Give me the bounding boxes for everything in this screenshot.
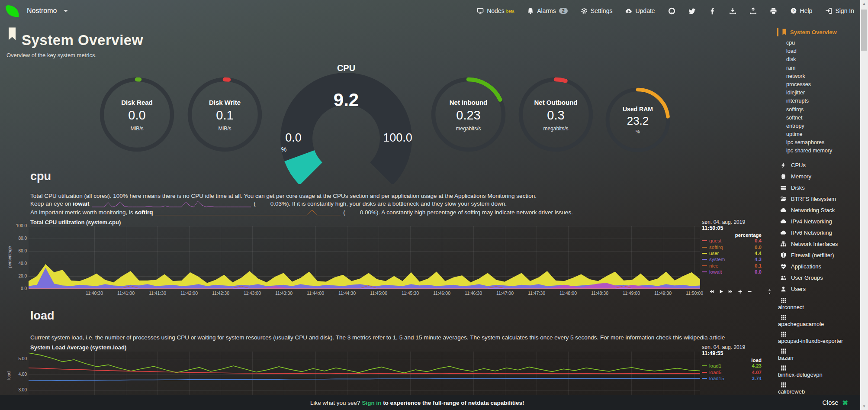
sidebar-item-network[interactable]: network xyxy=(777,72,860,81)
cpu-chart-plot[interactable] xyxy=(29,226,700,289)
legend-value: 0.0 xyxy=(755,269,762,274)
sidebar-item-btrfs-filesystem[interactable]: BTRFS filesystem xyxy=(777,194,860,205)
sign-in-link[interactable]: Sign in xyxy=(362,400,381,406)
sidebar-item-users[interactable]: Users xyxy=(777,284,860,295)
sidebar-item-softirqs[interactable]: softirqs xyxy=(777,106,860,114)
used-ram-gauge[interactable]: Used RAM 23.2 % xyxy=(605,87,670,152)
nav-signin[interactable]: Sign In xyxy=(825,7,854,14)
net-outbound-gauge[interactable]: Net Outbound 0.3 megabits/s xyxy=(518,77,593,152)
load-chart-plot[interactable] xyxy=(29,352,700,400)
y-tick: 40.0 xyxy=(5,261,27,266)
sidebar-item-disk[interactable]: disk xyxy=(777,55,860,64)
sidebar-item-memory[interactable]: Memory xyxy=(777,171,860,182)
legend-row-load5[interactable]: load54.07 xyxy=(702,369,762,375)
sidebar-item-uptime[interactable]: uptime xyxy=(777,130,860,139)
chart-zoom-out-button[interactable] xyxy=(747,289,752,294)
paren: ( xyxy=(343,209,345,216)
sidebar-item-entropy[interactable]: entropy xyxy=(777,122,860,130)
nav-github[interactable] xyxy=(668,7,675,15)
nav-nodes[interactable]: Nodesbeta xyxy=(477,7,514,14)
sidebar-item-processes[interactable]: processes xyxy=(777,81,860,89)
page-title: System Overview xyxy=(22,32,143,48)
download-icon xyxy=(729,7,736,15)
sidebar-item-load[interactable]: load xyxy=(777,47,860,55)
sidebar-item-cpu[interactable]: cpu xyxy=(777,39,860,47)
chart-play-button[interactable] xyxy=(718,289,724,294)
iowait-sparkline[interactable] xyxy=(92,200,251,207)
sidebar-item-cpus[interactable]: CPUs xyxy=(777,160,860,171)
sidebar-item-label: IPv4 Networking xyxy=(791,218,832,225)
nav-export[interactable] xyxy=(749,7,757,15)
legend-name: load1 xyxy=(709,363,752,368)
disk-write-gauge[interactable]: Disk Write 0.1 MiB/s xyxy=(187,77,262,152)
x-tick: 11:44:00 xyxy=(307,291,324,296)
page-scrollbar[interactable]: ▲ ▼ xyxy=(860,0,868,410)
nav-import[interactable] xyxy=(729,7,736,15)
legend-row-nice[interactable]: nice0.1 xyxy=(702,263,762,269)
sidebar-item-softnet[interactable]: softnet xyxy=(777,114,860,122)
scroll-up-arrow[interactable]: ▲ xyxy=(860,2,868,6)
chart-pan-backward-button[interactable] xyxy=(709,289,714,294)
nav-update[interactable]: Update xyxy=(625,7,655,14)
sidebar-item-ipv4-networking[interactable]: IPv4 Networking xyxy=(777,216,860,227)
sidebar-item-disks[interactable]: Disks xyxy=(777,182,860,194)
nav-twitter[interactable] xyxy=(688,7,696,15)
legend-row-softirq[interactable]: softirq0.0 xyxy=(702,244,762,250)
nav-facebook[interactable] xyxy=(709,7,716,15)
sidebar-item-ipv6-networking[interactable]: IPv6 Networking xyxy=(777,227,860,239)
sidebar-item-interrupts[interactable]: interrupts xyxy=(777,97,860,105)
sidebar-item-networking-stack[interactable]: Networking Stack xyxy=(777,205,860,216)
chart-zoom-in-button[interactable] xyxy=(737,289,743,294)
sidebar-item-firewall-netfilter-[interactable]: Firewall (netfilter) xyxy=(777,250,860,261)
net-inbound-gauge[interactable]: Net Inbound 0.23 megabits/s xyxy=(431,77,506,152)
x-tick: 11:41:00 xyxy=(117,291,135,296)
legend-units-header: percentage xyxy=(702,232,762,238)
nav-print[interactable] xyxy=(770,7,777,15)
nav-help[interactable]: ?Help xyxy=(790,7,813,14)
sidebar-item-airconnect[interactable]: airconnect xyxy=(777,296,860,313)
y-tick: 5.00 xyxy=(5,356,27,361)
legend-row-guest[interactable]: guest0.4 xyxy=(702,238,762,244)
sidebar-item-ram[interactable]: ram xyxy=(777,64,860,72)
legend-row-iowait[interactable]: iowait0.0 xyxy=(702,269,762,275)
softirq-sparkline[interactable] xyxy=(155,209,341,216)
gauge-value: 0.23 xyxy=(431,108,506,123)
legend-value: 4.23 xyxy=(752,363,762,368)
sidebar-item-applications[interactable]: Applications xyxy=(777,261,860,272)
legend-row-system[interactable]: system4.3 xyxy=(702,256,762,262)
sidebar-item-ipc-shared-memory[interactable]: ipc shared memory xyxy=(777,147,860,155)
chart-pan-forward-button[interactable] xyxy=(728,289,733,294)
sidebar-item-network-interfaces[interactable]: Network Interfaces xyxy=(777,239,860,250)
gauge-title: Disk Read xyxy=(100,99,174,106)
host-menu[interactable]: Nostromo xyxy=(4,3,68,19)
nav-badge-alarms: 2 xyxy=(559,8,568,14)
sidebar-item-label: Applications xyxy=(791,263,821,270)
banner-close-button[interactable]: Close ✖ xyxy=(823,399,848,407)
sidebar-item-apacheguacamole[interactable]: apacheguacamole xyxy=(777,313,860,329)
disk-read-gauge[interactable]: Disk Read 0.0 MiB/s xyxy=(100,77,174,152)
chart-resize-handle[interactable] xyxy=(767,289,772,294)
sidebar-item-bazarr[interactable]: bazarr xyxy=(777,346,860,363)
legend-row-user[interactable]: user4.4 xyxy=(702,250,762,256)
scroll-down-arrow[interactable]: ▼ xyxy=(860,404,868,408)
gauge-unit: % xyxy=(605,129,670,134)
sidebar-item-system-overview[interactable]: System Overview xyxy=(777,28,860,36)
iowait-value: 0.03% xyxy=(270,200,287,207)
sidebar-item-idlejitter[interactable]: idlejitter xyxy=(777,89,860,97)
sidebar-item-binhex-delugevpn[interactable]: binhex-delugevpn xyxy=(777,363,860,380)
legend-row-load15[interactable]: load153.74 xyxy=(702,375,762,381)
sidebar-item-user-groups[interactable]: User Groups xyxy=(777,272,860,284)
sidebar-item-apcupsd-influxdb-exporter[interactable]: apcupsd-influxdb-exporter xyxy=(777,329,860,346)
cpu-softirq-note: An important metric worth monitoring, is… xyxy=(30,209,573,216)
legend-row-load1[interactable]: load14.23 xyxy=(702,363,762,369)
nav-settings[interactable]: Settings xyxy=(581,7,613,14)
cpu-section-heading: cpu xyxy=(30,170,51,183)
sidebar-item-ipc-semaphores[interactable]: ipc semaphores xyxy=(777,139,860,147)
nav-alarms[interactable]: Alarms2 xyxy=(527,7,568,14)
scrollbar-thumb[interactable] xyxy=(861,10,867,51)
sidebar-item-calibreweb[interactable]: calibreweb xyxy=(777,380,860,397)
folder-open-icon xyxy=(780,196,787,202)
legend-dash xyxy=(702,271,707,272)
banner-text: to experience the full-range of netdata … xyxy=(381,400,524,406)
x-tick: 11:50:00 xyxy=(686,291,703,296)
